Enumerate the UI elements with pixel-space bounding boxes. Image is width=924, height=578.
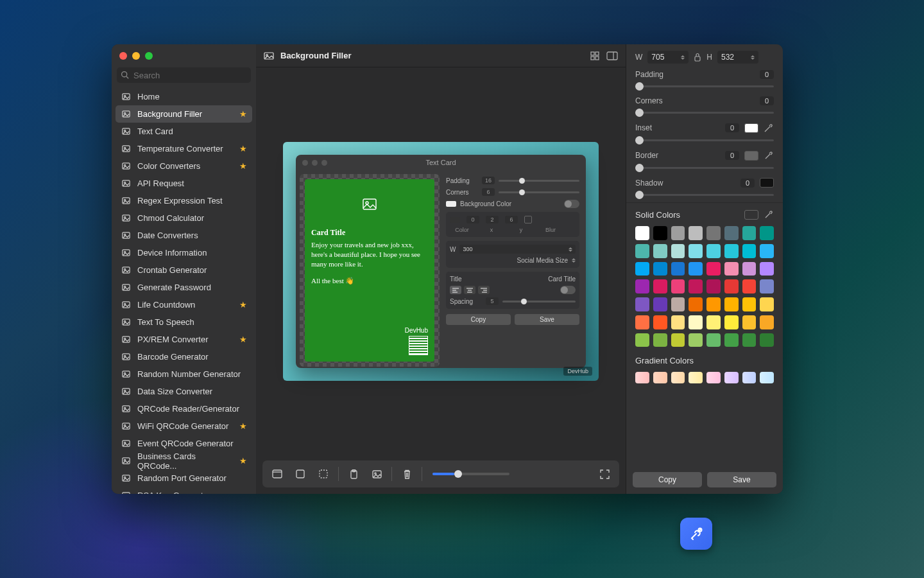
color-swatch[interactable] <box>742 262 757 276</box>
corners-slider[interactable] <box>635 112 774 114</box>
clipboard-icon[interactable] <box>345 466 362 482</box>
color-swatch[interactable] <box>760 297 774 311</box>
border-slider[interactable] <box>635 167 774 169</box>
lock-icon[interactable] <box>694 53 701 62</box>
sidebar-item[interactable]: Color Converters★ <box>116 157 252 175</box>
color-swatch[interactable] <box>760 244 774 258</box>
save-button[interactable]: Save <box>707 472 776 487</box>
sidebar-item[interactable]: Text Card <box>116 123 252 140</box>
image-icon[interactable] <box>368 466 385 482</box>
color-swatch[interactable] <box>706 297 721 311</box>
gradient-swatch[interactable] <box>689 372 703 383</box>
sidebar-item[interactable]: QRCode Reader/Generator <box>116 400 252 417</box>
eyedropper-icon[interactable] <box>764 209 774 220</box>
color-swatch[interactable] <box>671 226 685 240</box>
color-swatch[interactable] <box>689 244 703 258</box>
ic-padding-slider[interactable] <box>499 180 579 182</box>
ic-corners-slider[interactable] <box>499 191 579 193</box>
inset-slider[interactable] <box>635 139 774 141</box>
ic-align-segment[interactable] <box>450 286 490 294</box>
color-swatch[interactable] <box>760 226 774 240</box>
sidebar-item[interactable]: Data Size Converter <box>116 383 252 400</box>
ic-shadow-toggle[interactable] <box>524 216 532 223</box>
sidebar-item[interactable]: Random Port Generator <box>116 469 252 487</box>
color-swatch[interactable] <box>689 262 703 276</box>
color-swatch[interactable] <box>706 315 721 329</box>
eyedropper-icon[interactable] <box>764 150 774 161</box>
ic-bgcolor-swatch[interactable] <box>446 201 456 207</box>
color-swatch[interactable] <box>653 297 667 311</box>
color-swatch[interactable] <box>706 244 721 258</box>
grid-view-icon[interactable] <box>590 51 600 61</box>
color-swatch[interactable] <box>689 279 703 293</box>
color-swatch[interactable] <box>635 262 649 276</box>
sidebar-item[interactable]: Generate Password <box>116 279 252 296</box>
color-swatch[interactable] <box>760 262 774 276</box>
dock-app-icon[interactable] <box>680 518 712 550</box>
color-swatch[interactable] <box>653 279 667 293</box>
sidebar-item[interactable]: Regex Expression Test <box>116 192 252 209</box>
sidebar-item[interactable]: Event QRCode Generator <box>116 435 252 452</box>
color-swatch[interactable] <box>742 279 757 293</box>
color-swatch[interactable] <box>742 244 757 258</box>
color-swatch[interactable] <box>760 315 774 329</box>
color-swatch[interactable] <box>671 279 685 293</box>
sidebar-item[interactable]: Date Converters <box>116 227 252 244</box>
color-swatch[interactable] <box>742 333 757 347</box>
toggle-inspector-icon[interactable] <box>606 51 618 60</box>
shadow-slider[interactable] <box>635 194 774 196</box>
gradient-swatch[interactable] <box>742 372 757 383</box>
color-swatch[interactable] <box>706 333 721 347</box>
color-swatch[interactable] <box>671 333 685 347</box>
height-input[interactable]: 532 <box>717 51 758 64</box>
sidebar-item[interactable]: Text To Speech <box>116 313 252 331</box>
eyedropper-icon[interactable] <box>764 123 774 133</box>
sidebar-item[interactable]: Life Countdown★ <box>116 296 252 313</box>
color-swatch[interactable] <box>689 333 703 347</box>
color-swatch[interactable] <box>689 315 703 329</box>
color-swatch[interactable] <box>706 226 721 240</box>
color-swatch[interactable] <box>724 262 739 276</box>
gradient-swatch[interactable] <box>671 372 685 383</box>
color-swatch[interactable] <box>653 333 667 347</box>
gradient-swatch[interactable] <box>653 372 667 383</box>
color-swatch[interactable] <box>689 297 703 311</box>
zoom-window-button[interactable] <box>145 52 153 60</box>
color-swatch[interactable] <box>671 244 685 258</box>
color-swatch[interactable] <box>742 315 757 329</box>
color-swatch[interactable] <box>724 297 739 311</box>
minimize-window-button[interactable] <box>132 52 140 60</box>
inset-color-swatch[interactable] <box>744 123 758 133</box>
color-swatch[interactable] <box>724 226 739 240</box>
shadow-color-swatch[interactable] <box>760 178 774 188</box>
copy-button[interactable]: Copy <box>633 472 702 487</box>
padding-slider[interactable] <box>635 85 774 87</box>
sidebar-item[interactable]: Chmod Calculator <box>116 209 252 227</box>
border-color-swatch[interactable] <box>744 151 758 161</box>
color-swatch[interactable] <box>635 315 649 329</box>
inner-copy-button[interactable]: Copy <box>446 314 511 325</box>
color-swatch[interactable] <box>635 226 649 240</box>
color-swatch[interactable] <box>635 279 649 293</box>
sidebar-item[interactable]: RSA Key Generator <box>116 487 252 494</box>
color-swatch[interactable] <box>671 315 685 329</box>
gradient-swatch[interactable] <box>706 372 721 383</box>
ic-size-stepper[interactable] <box>572 258 576 263</box>
color-swatch[interactable] <box>653 244 667 258</box>
sidebar-item[interactable]: PX/REM Converter★ <box>116 331 252 348</box>
color-swatch[interactable] <box>724 279 739 293</box>
color-swatch[interactable] <box>653 262 667 276</box>
sidebar-item[interactable]: WiFi QRCode Generator★ <box>116 417 252 435</box>
color-swatch[interactable] <box>689 226 703 240</box>
color-swatch[interactable] <box>706 262 721 276</box>
ic-shadow-color-swatch[interactable] <box>450 217 460 223</box>
color-swatch[interactable] <box>760 333 774 347</box>
ic-bgcolor-toggle[interactable] <box>564 200 579 208</box>
ic-spacing-slider[interactable] <box>502 301 576 302</box>
color-swatch[interactable] <box>671 262 685 276</box>
sidebar-item[interactable]: Home <box>116 88 252 105</box>
color-swatch[interactable] <box>724 333 739 347</box>
color-swatch[interactable] <box>742 297 757 311</box>
sidebar-item[interactable]: Crontab Generator <box>116 261 252 279</box>
color-swatch[interactable] <box>706 279 721 293</box>
